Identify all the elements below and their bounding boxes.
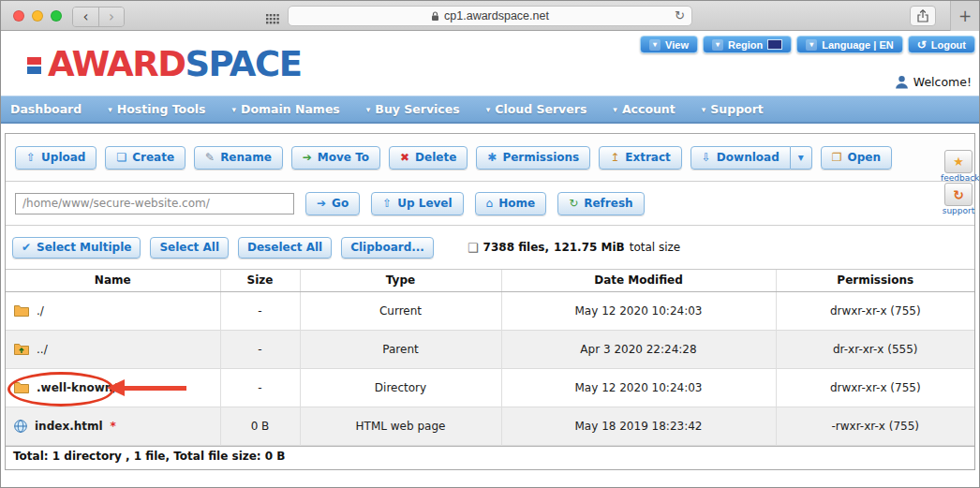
highlight-ellipse-annotation: [7, 372, 114, 407]
permissions-button[interactable]: ✱Permissions: [476, 146, 590, 170]
up-level-button[interactable]: ⇧Up Level: [371, 192, 463, 215]
create-button[interactable]: ❏Create: [105, 146, 186, 170]
file-type: Directory: [300, 368, 501, 407]
file-permissions: -rwxr-xr-x (755): [776, 407, 974, 445]
zoom-window-button[interactable]: [51, 10, 62, 22]
clipboard-button[interactable]: Clipboard...: [341, 237, 434, 259]
upload-button[interactable]: ⇧Upload: [15, 146, 97, 170]
file-toolbar: ⇧Upload ❏Create ✎Rename ➔Move To ✖Delete…: [6, 134, 974, 182]
table-row[interactable]: index.html* 0 B HTML web page May 18 201…: [6, 407, 974, 445]
upload-label: Upload: [41, 151, 85, 164]
close-window-button[interactable]: [13, 10, 24, 22]
nav-dashboard[interactable]: Dashboard: [10, 102, 82, 116]
move-to-button[interactable]: ➔Move To: [291, 146, 380, 170]
download-split-button: ⇩Download ▾: [690, 146, 812, 170]
col-header-name[interactable]: Name: [6, 270, 220, 291]
open-folder-icon: ❐: [832, 152, 842, 163]
nav-label: Support: [710, 102, 764, 116]
support-widget[interactable]: ↻ support: [941, 183, 976, 215]
nav-label: Domain Names: [241, 102, 340, 116]
region-label: Region: [728, 39, 763, 51]
total-size-suffix: total size: [630, 241, 681, 254]
select-all-button[interactable]: Select All: [150, 237, 229, 259]
star-icon: ★: [953, 155, 964, 169]
go-button[interactable]: ➔Go: [305, 192, 360, 215]
delete-button[interactable]: ✖Delete: [389, 146, 468, 170]
col-header-permissions[interactable]: Permissions: [776, 270, 974, 291]
open-label: Open: [848, 151, 881, 164]
file-size: -: [220, 368, 300, 407]
chevron-down-icon: ▾: [613, 105, 617, 114]
account-bar: ▾ View ▾ Region ▾ Language | EN ↺ Logout: [640, 36, 975, 53]
table-row[interactable]: ../ - Parent Apr 3 2020 22:24:28 dr-xr-x…: [6, 330, 974, 368]
select-multiple-button[interactable]: ✔Select Multiple: [12, 237, 141, 259]
feedback-widget[interactable]: ★ feedback: [941, 150, 976, 183]
chevron-down-icon: ▾: [231, 105, 236, 114]
extract-button[interactable]: ↥Extract: [599, 146, 682, 170]
language-label: Language | EN: [822, 39, 893, 51]
home-button[interactable]: ⌂Home: [475, 192, 547, 215]
arrow-annotation-shaft: [124, 386, 186, 391]
main-nav: Dashboard ▾Hosting Tools ▾Domain Names ▾…: [1, 96, 979, 124]
file-date-modified: May 18 2019 18:23:42: [501, 407, 776, 445]
table-header-row: Name Size Type Date Modified Permissions: [6, 270, 974, 291]
nav-buy-services[interactable]: ▾Buy Services: [366, 102, 460, 116]
chevron-down-icon: ▾: [712, 39, 723, 51]
minimize-window-button[interactable]: [32, 10, 43, 22]
col-header-size[interactable]: Size: [220, 270, 300, 291]
rename-button[interactable]: ✎Rename: [194, 146, 283, 170]
file-summary-icon: ❑: [468, 241, 479, 255]
nav-support[interactable]: ▾Support: [702, 102, 764, 116]
upload-icon: ⇧: [26, 152, 36, 163]
select-multiple-label: Select Multiple: [37, 241, 131, 254]
language-button[interactable]: ▾ Language | EN: [796, 36, 902, 53]
deselect-all-label: Deselect All: [247, 241, 322, 254]
chevron-down-icon: ▾: [486, 105, 491, 114]
deselect-all-button[interactable]: Deselect All: [238, 237, 332, 259]
col-header-type[interactable]: Type: [300, 270, 501, 291]
html-file-icon: [14, 420, 27, 433]
logout-button[interactable]: ↺ Logout: [908, 36, 975, 53]
download-button[interactable]: ⇩Download: [690, 146, 791, 170]
up-level-icon: ⇧: [382, 198, 392, 209]
awardspace-logo[interactable]: AWARDSPACE: [27, 47, 301, 81]
page-content: ▾ View ▾ Region ▾ Language | EN ↺ Logout…: [1, 32, 979, 487]
welcome-text: Welcome!: [913, 75, 972, 89]
file-name: ../: [37, 343, 48, 356]
logo-space-text: SPACE: [185, 44, 301, 84]
nav-label: Buy Services: [375, 102, 459, 116]
back-button[interactable]: ‹: [73, 7, 98, 26]
download-label: Download: [717, 151, 780, 164]
url-bar[interactable]: cp1.awardspace.net ↻: [288, 6, 692, 26]
open-button[interactable]: ❐Open: [821, 146, 892, 170]
path-bar: ➔Go ⇧Up Level ⌂Home ↻Refresh: [6, 182, 974, 226]
nav-domain-names[interactable]: ▾Domain Names: [231, 102, 339, 116]
view-button[interactable]: ▾ View: [640, 36, 698, 53]
new-tab-button[interactable]: +: [950, 1, 979, 31]
browser-chrome: ‹ › cp1.awardspace.net ↻ +: [1, 1, 979, 31]
path-input[interactable]: [15, 193, 294, 214]
file-type: Current: [300, 291, 501, 330]
logo-mark-icon: [27, 57, 41, 74]
share-button[interactable]: [910, 6, 936, 26]
nav-hosting-tools[interactable]: ▾Hosting Tools: [108, 102, 205, 116]
refresh-button[interactable]: ↻Refresh: [557, 192, 644, 215]
grid-icon[interactable]: [266, 10, 279, 28]
reload-icon[interactable]: ↻: [675, 8, 685, 22]
file-date-modified: May 12 2020 10:24:03: [501, 291, 776, 330]
col-header-date-modified[interactable]: Date Modified: [501, 270, 776, 291]
nav-account[interactable]: ▾Account: [613, 102, 675, 116]
gear-icon: ✱: [487, 152, 497, 163]
file-type: HTML web page: [300, 407, 501, 445]
download-options-button[interactable]: ▾: [791, 146, 812, 170]
forward-button[interactable]: ›: [98, 7, 124, 26]
folder-icon: [14, 304, 29, 317]
chevron-down-icon: ▾: [366, 105, 371, 114]
url-text: cp1.awardspace.net: [444, 9, 549, 22]
nav-cloud-servers[interactable]: ▾Cloud Servers: [486, 102, 587, 116]
file-size: 0 B: [220, 407, 300, 445]
totals-text: Total: 1 directory , 1 file, Total file …: [13, 450, 286, 463]
region-button[interactable]: ▾ Region: [703, 36, 792, 53]
chevron-down-icon: ▾: [649, 39, 661, 51]
table-row[interactable]: ./ - Current May 12 2020 10:24:03 drwxr-…: [6, 291, 974, 330]
